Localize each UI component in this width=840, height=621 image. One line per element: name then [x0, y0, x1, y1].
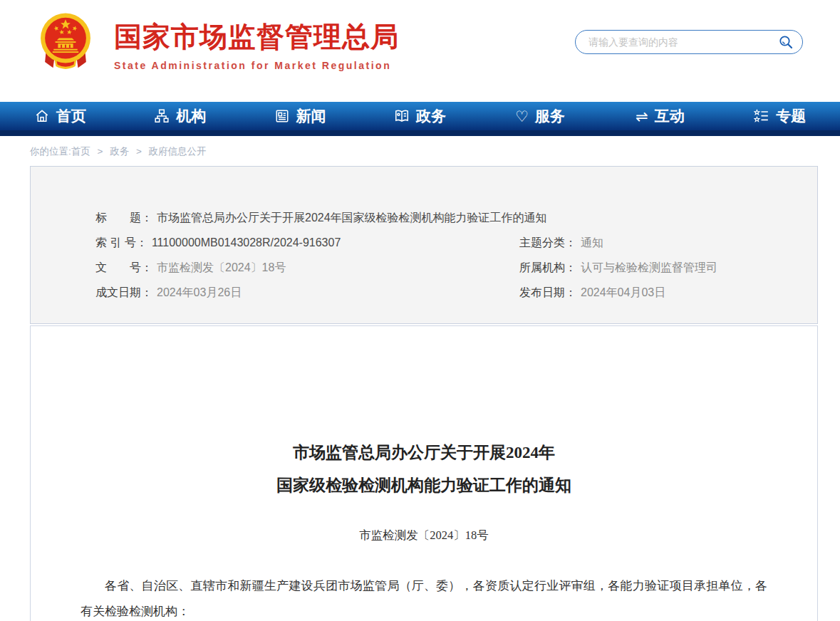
meta-value: 市监检测发〔2024〕18号 — [157, 261, 286, 275]
meta-field-title: 标 题： 市场监管总局办公厅关于开展2024年国家级检验检测机构能力验证工作的通… — [95, 211, 547, 225]
meta-value: 通知 — [581, 236, 603, 250]
meta-value: 2024年03月26日 — [157, 286, 242, 300]
meta-value: 认可与检验检测监督管理司 — [581, 261, 717, 275]
nav-label: 互动 — [655, 106, 685, 126]
meta-field-publish-date: 发布日期： 2024年04月03日 — [519, 286, 665, 300]
government-affairs-icon — [394, 108, 410, 124]
heart-icon: ♡ — [515, 109, 529, 124]
nav-item-home[interactable]: 首页 — [0, 102, 120, 130]
search-icon — [778, 34, 794, 50]
brand-block: 国家市场监督管理总局 State Administration for Mark… — [114, 20, 399, 71]
organization-icon — [154, 108, 170, 124]
meta-label: 所属机构： — [519, 261, 576, 275]
meta-field-topic-class: 主题分类： 通知 — [519, 236, 603, 250]
meta-row-docno: 文 号： 市监检测发〔2024〕18号 所属机构： 认可与检验检测监督管理司 — [95, 261, 789, 275]
meta-label: 文 号： — [95, 261, 152, 275]
nav-item-news[interactable]: 新闻 — [240, 102, 360, 130]
nav-item-interaction[interactable]: ⇌ 互动 — [600, 102, 720, 130]
nav-item-topics[interactable]: 专题 — [720, 102, 840, 130]
meta-value: 2024年04月03日 — [581, 286, 665, 300]
search-input[interactable] — [576, 36, 778, 48]
nav-label: 服务 — [535, 106, 565, 126]
breadcrumb-current-link[interactable]: 政府信息公开 — [149, 146, 207, 157]
document-number: 市监检测发〔2024〕18号 — [31, 528, 817, 543]
breadcrumb-separator: > — [136, 146, 142, 157]
nav-label: 新闻 — [296, 106, 326, 126]
breadcrumb-section-link[interactable]: 政务 — [110, 146, 129, 157]
breadcrumb-home-link[interactable]: 首页 — [71, 146, 90, 157]
meta-value: 市场监管总局办公厅关于开展2024年国家级检验检测机构能力验证工作的通知 — [157, 211, 547, 225]
meta-label: 标 题： — [95, 211, 152, 225]
meta-field-write-date: 成文日期： 2024年03月26日 — [95, 286, 519, 300]
search-button[interactable] — [778, 34, 802, 50]
breadcrumb-prefix: 你的位置: — [30, 146, 71, 157]
meta-label: 发布日期： — [519, 286, 576, 300]
document-meta-box: 标 题： 市场监管总局办公厅关于开展2024年国家级检验检测机构能力验证工作的通… — [30, 166, 818, 324]
site-header: 国家市场监督管理总局 State Administration for Mark… — [0, 0, 840, 102]
nav-item-service[interactable]: ♡ 服务 — [480, 102, 600, 130]
nav-label: 专题 — [776, 106, 806, 126]
document-content-box: 市场监管总局办公厅关于开展2024年 国家级检验检测机构能力验证工作的通知 市监… — [30, 325, 818, 621]
nav-label: 机构 — [176, 106, 206, 126]
meta-row-title: 标 题： 市场监管总局办公厅关于开展2024年国家级检验检测机构能力验证工作的通… — [95, 211, 789, 225]
interaction-arrows-icon: ⇌ — [636, 109, 648, 124]
meta-label: 主题分类： — [519, 236, 576, 250]
site-title: 国家市场监督管理总局 — [114, 20, 399, 54]
news-icon — [274, 108, 290, 124]
meta-label: 成文日期： — [95, 286, 152, 300]
meta-row-index: 索 引 号： 11100000MB0143028R/2024-916307 主题… — [95, 236, 789, 250]
nav-label: 政务 — [416, 106, 446, 126]
nav-label: 首页 — [56, 106, 86, 126]
meta-field-org: 所属机构： 认可与检验检测监督管理司 — [519, 261, 717, 275]
meta-value: 11100000MB0143028R/2024-916307 — [152, 236, 341, 250]
document-title-line2: 国家级检验检测机构能力验证工作的通知 — [31, 469, 817, 502]
nav-item-organization[interactable]: 机构 — [120, 102, 239, 130]
document-paragraph: 各省、自治区、直辖市和新疆生产建设兵团市场监管局（厅、委），各资质认定行业评审组… — [81, 573, 767, 621]
topics-star-list-icon — [754, 108, 769, 124]
national-emblem-logo[interactable] — [38, 11, 93, 85]
nav-item-government-affairs[interactable]: 政务 — [360, 102, 479, 130]
document-title-line1: 市场监管总局办公厅关于开展2024年 — [31, 437, 817, 469]
nav-bottom-strip — [0, 130, 840, 136]
meta-row-dates: 成文日期： 2024年03月26日 发布日期： 2024年04月03日 — [95, 286, 789, 300]
home-icon — [34, 108, 50, 124]
document-title: 市场监管总局办公厅关于开展2024年 国家级检验检测机构能力验证工作的通知 — [31, 437, 817, 502]
header-search — [575, 30, 803, 54]
breadcrumb: 你的位置:首页 > 政务 > 政府信息公开 — [0, 136, 840, 166]
meta-field-doc-no: 文 号： 市监检测发〔2024〕18号 — [95, 261, 519, 275]
breadcrumb-separator: > — [98, 146, 103, 157]
site-subtitle: State Administration for Market Regulati… — [114, 60, 399, 71]
main-nav: 首页 机构 新闻 — [0, 102, 840, 130]
meta-field-index-no: 索 引 号： 11100000MB0143028R/2024-916307 — [95, 236, 519, 250]
meta-label: 索 引 号： — [95, 236, 147, 250]
